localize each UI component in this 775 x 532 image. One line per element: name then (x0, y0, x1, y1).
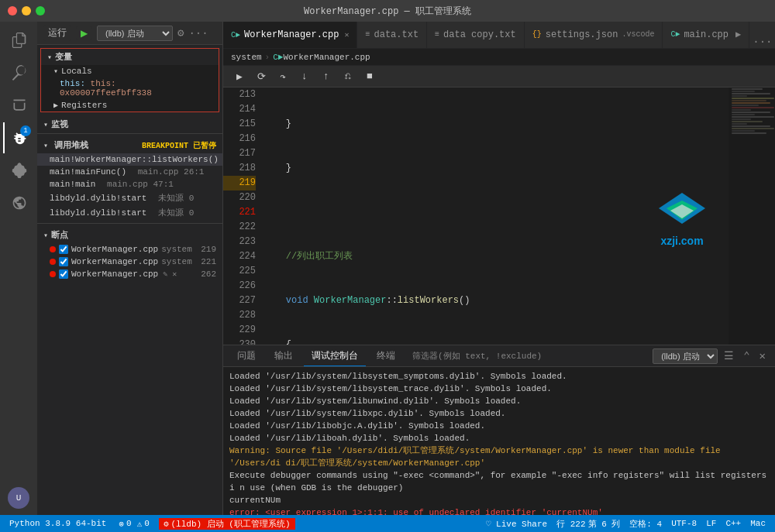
minimize-button[interactable] (22, 6, 31, 15)
tab-worker-manager[interactable]: C► WorkerManager.cpp ✕ (223, 22, 357, 48)
breakpoint-item-1[interactable]: WorkerManager.cpp system 221 (37, 256, 222, 268)
panel-tab-debug-console[interactable]: 调试控制台 (304, 346, 366, 366)
tabs-more-icon[interactable]: ··· (753, 36, 772, 48)
tab-label-worker-manager: WorkerManager.cpp (244, 29, 339, 40)
watch-section: ▾ 监视 (37, 115, 222, 133)
run-play-button[interactable]: ▶ (76, 26, 92, 40)
status-row-col[interactable]: 行 222 第 6 列 (553, 518, 623, 530)
breadcrumb-file[interactable]: WorkerManager.cpp (283, 53, 370, 62)
status-python[interactable]: Python 3.8.9 64-bit (6, 519, 109, 528)
activity-debug-icon[interactable]: 1 (3, 122, 34, 153)
panel-tab-output[interactable]: 输出 (267, 346, 301, 366)
tab-settings-json[interactable]: {} settings.json .vscode (525, 22, 663, 48)
terminal-content[interactable]: Loaded '/usr/lib/system/libsystem_sympto… (223, 367, 775, 515)
status-spaces[interactable]: 空格: 4 (626, 518, 665, 530)
breakpoint-dot-0 (50, 246, 56, 252)
tab-data-copy-txt[interactable]: ≡ data copy.txt (427, 22, 525, 48)
breakpoint-item-2[interactable]: WorkerManager.cpp ✎ ✕ 262 (37, 268, 222, 280)
registers-item[interactable]: ▶ Registers (41, 99, 219, 112)
callstack-item-3[interactable]: libdyld.dylib!start 未知源 0 (37, 190, 222, 205)
breakpoint-line-1: 221 (201, 257, 216, 266)
debug-undo-button[interactable]: ⎌ (339, 68, 356, 85)
tab-data-txt[interactable]: ≡ data.txt (357, 22, 427, 48)
status-line-ending[interactable]: LF (703, 519, 719, 528)
status-encoding[interactable]: UTF-8 (668, 519, 700, 528)
status-right: ♡ Live Share 行 222 第 6 列 空格: 4 UTF-8 LF … (483, 518, 769, 530)
panel-maximize-icon[interactable]: ⌃ (740, 348, 753, 364)
user-avatar[interactable]: U (8, 487, 29, 509)
callstack-item-1[interactable]: main!mainFunc() main.cpp 26:1 (37, 166, 222, 178)
tab-main-cpp[interactable]: C► main.cpp ▶ (663, 22, 749, 48)
debug-continue-button[interactable]: ▶ (231, 68, 248, 85)
breakpoint-checkbox-2[interactable] (59, 269, 68, 279)
tab-close-worker-manager[interactable]: ✕ (344, 30, 349, 39)
activity-extensions-icon[interactable] (3, 155, 34, 186)
breakpoint-scope-1: system (161, 257, 192, 266)
activity-remote-icon[interactable] (3, 187, 34, 218)
variables-section: ▾ 变量 ▾ Locals this: this: 0x00007ffeefbf… (40, 48, 219, 112)
panel-tab-issues[interactable]: 问题 (229, 346, 264, 366)
breakpoint-item-0[interactable]: WorkerManager.cpp system 219 (37, 243, 222, 256)
activity-explorer-icon[interactable] (3, 25, 34, 56)
activity-source-control-icon[interactable] (3, 90, 34, 121)
watch-header[interactable]: ▾ 监视 (43, 118, 216, 130)
status-debug-icon: ⚙ (164, 519, 169, 529)
callstack-header[interactable]: ▾ 调用堆栈 BREAKPOINT 已暂停 (37, 137, 222, 153)
status-platform[interactable]: Mac (747, 519, 769, 528)
panel-close-icon[interactable]: ✕ (756, 348, 769, 364)
debug-config-dropdown[interactable]: (lldb) 启动 (97, 26, 173, 41)
breakpoints-header[interactable]: ▾ 断点 (37, 227, 222, 243)
run-more-icon[interactable]: ··· (188, 27, 208, 39)
window-title: WorkerManager.cpp — 职工管理系统 (304, 5, 471, 18)
window-controls[interactable] (8, 6, 45, 15)
filter-label: 筛选器(例如 text, !exclude) (412, 352, 542, 361)
status-debug[interactable]: ⚙ (lldb) 启动 (职工管理系统) (159, 518, 295, 530)
status-line-ending-label: LF (706, 519, 716, 528)
status-platform-label: Mac (750, 519, 766, 528)
run-gear-icon[interactable]: ⚙ (177, 26, 184, 39)
breakpoint-checkbox-1[interactable] (59, 257, 68, 266)
breadcrumb-system[interactable]: system (231, 53, 262, 62)
code-content[interactable]: 213 214 215 216 217 218 219 220 221 222 … (223, 88, 728, 345)
tab-icon-settings-json: {} (532, 30, 542, 39)
debug-stop-button[interactable]: ■ (361, 68, 378, 85)
variables-title: 变量 (55, 51, 72, 63)
run-menu-button[interactable]: 运行 (43, 25, 71, 41)
callstack-item-3-name: libdyld.dylib!start (50, 194, 146, 203)
status-language[interactable]: C++ (722, 519, 744, 528)
status-live-share[interactable]: ♡ Live Share (483, 519, 550, 529)
panel-list-icon[interactable]: ☰ (721, 348, 737, 364)
variables-header[interactable]: ▾ 变量 (41, 49, 219, 65)
this-variable[interactable]: this: this: 0x00007ffeefbff338 (41, 77, 219, 99)
callstack-item-0[interactable]: main!WorkerManager::listWorkers() (37, 153, 222, 166)
panel-tab-terminal[interactable]: 终端 (369, 346, 403, 366)
callstack-item-2[interactable]: main!main main.cpp 47:1 (37, 178, 222, 190)
status-warning-icon: ⚠ (137, 519, 143, 529)
callstack-collapse-icon: ▾ (43, 141, 48, 150)
tab-play-icon[interactable]: ▶ (735, 29, 741, 40)
debug-step-out-button[interactable]: ↑ (318, 68, 335, 85)
terminal-line-2: Loaded '/usr/lib/system/libunwind.dylib'… (229, 395, 769, 407)
minimap (728, 88, 775, 345)
debug-step-into-button[interactable]: ↓ (296, 68, 313, 85)
callstack-item-2-file: main.cpp 47:1 (101, 180, 174, 189)
callstack-item-1-name: main!mainFunc() (50, 167, 126, 177)
status-errors[interactable]: ⊗ 0 ⚠ 0 (115, 519, 152, 529)
tab-vscode-label: .vscode (622, 30, 654, 39)
debug-step-over-button[interactable]: ↷ (274, 68, 291, 85)
debug-restart-button[interactable]: ⟳ (253, 68, 270, 85)
activity-search-icon[interactable] (3, 57, 34, 88)
terminal-line-5: Loaded '/usr/lib/liboah.dylib'. Symbols … (229, 432, 769, 444)
debug-toolbar: ▶ ⟳ ↷ ↓ ↑ ⎌ ■ (223, 66, 775, 88)
call-stack-section: ▾ 调用堆栈 BREAKPOINT 已暂停 main!WorkerManager… (37, 133, 222, 223)
close-button[interactable] (8, 6, 17, 15)
breakpoint-checkbox-0[interactable] (59, 245, 68, 254)
title-bar: WorkerManager.cpp — 职工管理系统 (0, 0, 775, 22)
panel-dropdown[interactable]: (lldb) 启动 (653, 348, 718, 364)
tab-label-data-txt: data.txt (374, 29, 418, 40)
breakpoints-title: 断点 (51, 229, 68, 241)
maximize-button[interactable] (36, 6, 45, 15)
callstack-item-4[interactable]: libdyld.dylib!start 未知源 0 (37, 205, 222, 220)
locals-item[interactable]: ▾ Locals (41, 65, 219, 77)
status-error-count: 0 (126, 519, 132, 528)
